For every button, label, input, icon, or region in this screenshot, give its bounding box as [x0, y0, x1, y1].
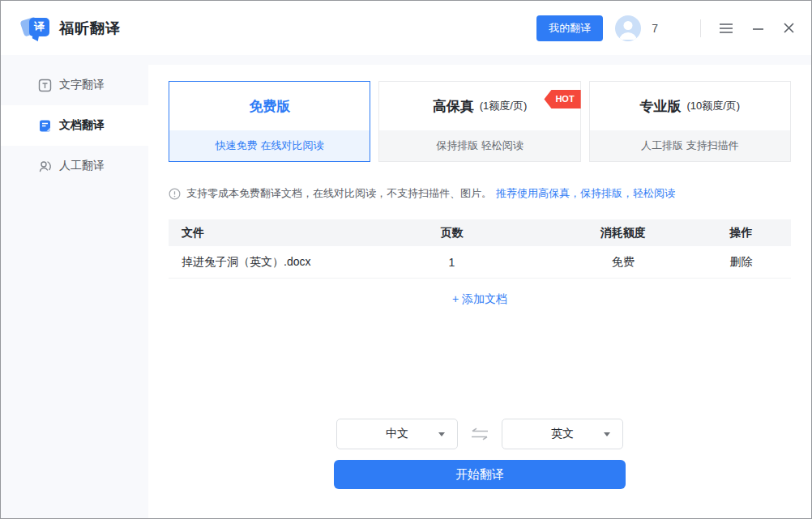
document-translate-icon — [38, 119, 52, 133]
sidebar-item-label: 人工翻译 — [59, 159, 105, 173]
plan-subtitle: 快速免费 在线对比阅读 — [169, 130, 370, 161]
plan-subtitle: 人工排版 支持扫描件 — [590, 130, 790, 161]
sidebar-item-label: 文档翻译 — [59, 118, 105, 133]
info-circle-icon — [169, 188, 181, 200]
add-document-button[interactable]: + 添加文档 — [169, 292, 791, 307]
sidebar: 文字翻译 文档翻译 人工翻译 — [1, 55, 148, 518]
main-panel: 免费版 快速免费 在线对比阅读 HOT 高保真 (1额度/页) 保持排版 轻松阅… — [148, 65, 811, 518]
app-logo-icon: 译 — [22, 15, 51, 41]
target-language-select[interactable]: 英文 — [502, 419, 623, 449]
source-language-select[interactable]: 中文 — [336, 419, 458, 449]
notice-bar: 支持零成本免费翻译文档，在线对比阅读，不支持扫描件、图片。 推荐使用高保真，保持… — [169, 186, 791, 201]
language-bar: 中文 英文 — [169, 419, 791, 449]
plan-name: 专业版 — [639, 97, 681, 116]
sidebar-item-label: 文字翻译 — [59, 78, 105, 92]
plan-card-professional[interactable]: 专业版 (10额度/页) 人工排版 支持扫描件 — [589, 81, 791, 162]
header-cost: 消耗额度 — [554, 226, 691, 240]
swap-arrows-icon — [470, 428, 489, 440]
app-title: 福昕翻译 — [59, 19, 121, 38]
table-row: 掉进兔子洞（英文）.docx 1 免费 删除 — [169, 246, 791, 279]
minimize-icon[interactable] — [752, 23, 764, 34]
plan-price: (10额度/页) — [686, 99, 740, 113]
user-avatar[interactable] — [615, 15, 641, 41]
plan-name: 免费版 — [249, 97, 290, 116]
table-header: 文件 页数 消耗额度 操作 — [169, 219, 791, 246]
cost-value: 免费 — [554, 255, 691, 270]
sidebar-item-text-translate[interactable]: 文字翻译 — [1, 65, 148, 105]
body-area: 文字翻译 文档翻译 人工翻译 — [1, 55, 811, 518]
start-translate-button[interactable]: 开始翻译 — [334, 460, 626, 489]
menu-icon[interactable] — [719, 23, 733, 34]
titlebar-right-cluster: 我的翻译 7 — [536, 15, 795, 41]
chevron-down-icon — [438, 432, 445, 436]
swap-languages-button[interactable] — [469, 427, 490, 441]
plan-name: 高保真 — [433, 97, 474, 116]
plan-card-high-fidelity[interactable]: HOT 高保真 (1额度/页) 保持排版 轻松阅读 — [378, 81, 580, 162]
title-bar: 译 福昕翻译 我的翻译 7 — [1, 1, 811, 55]
notice-recommend-link[interactable]: 推荐使用高保真，保持排版，轻松阅读 — [496, 186, 675, 201]
sidebar-item-document-translate[interactable]: 文档翻译 — [1, 105, 148, 146]
sidebar-item-human-translate[interactable]: 人工翻译 — [1, 146, 148, 186]
logo-glyph: 译 — [29, 18, 49, 36]
titlebar-divider — [700, 19, 701, 37]
close-icon[interactable] — [783, 22, 795, 34]
file-name: 掉进兔子洞（英文）.docx — [169, 255, 349, 270]
header-file: 文件 — [169, 226, 349, 240]
header-pages: 页数 — [349, 226, 554, 240]
human-translate-icon — [38, 160, 52, 173]
plan-subtitle: 保持排版 轻松阅读 — [379, 130, 579, 161]
plan-card-free[interactable]: 免费版 快速免费 在线对比阅读 — [169, 81, 370, 162]
window-controls — [719, 22, 795, 34]
text-translate-icon — [38, 79, 52, 92]
person-icon — [615, 15, 641, 41]
hot-badge: HOT — [544, 90, 580, 108]
plan-cards: 免费版 快速免费 在线对比阅读 HOT 高保真 (1额度/页) 保持排版 轻松阅… — [169, 81, 791, 162]
source-language-value: 中文 — [386, 427, 408, 441]
my-translations-button[interactable]: 我的翻译 — [536, 15, 603, 41]
page-count: 1 — [349, 256, 554, 269]
plan-price: (1额度/页) — [480, 99, 528, 113]
document-table: 文件 页数 消耗额度 操作 掉进兔子洞（英文）.docx 1 免费 删除 — [169, 219, 791, 279]
notice-text: 支持零成本免费翻译文档，在线对比阅读，不支持扫描件、图片。 — [186, 186, 492, 201]
app-window: 译 福昕翻译 我的翻译 7 — [0, 0, 812, 519]
credits-count: 7 — [652, 22, 658, 35]
target-language-value: 英文 — [551, 427, 574, 441]
delete-button[interactable]: 删除 — [691, 255, 791, 270]
header-action: 操作 — [691, 226, 791, 240]
chevron-down-icon — [604, 432, 610, 436]
